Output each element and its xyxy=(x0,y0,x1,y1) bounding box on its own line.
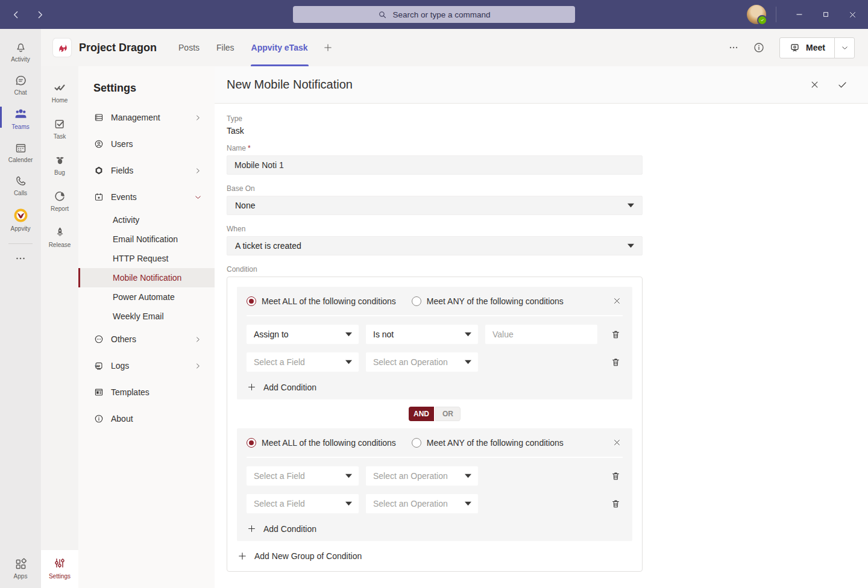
presence-available-icon xyxy=(757,15,767,25)
name-input[interactable] xyxy=(227,155,643,175)
tab-posts[interactable]: Posts xyxy=(170,29,208,66)
radio-selected-icon xyxy=(247,438,256,448)
forward-button[interactable] xyxy=(34,8,46,20)
rail-item-activity[interactable]: Activity xyxy=(0,35,41,68)
channel-header: Project Dragon Posts Files Appvity eTask… xyxy=(41,29,868,66)
module-item-home[interactable]: Home xyxy=(41,74,78,110)
log-icon xyxy=(93,360,104,372)
remove-group-button[interactable] xyxy=(611,437,623,449)
rail-item-calendar[interactable]: Calender xyxy=(0,136,41,169)
apps-grid-icon xyxy=(14,557,28,571)
add-condition-button[interactable]: Add Condition xyxy=(247,524,316,534)
nav-subitem-activity[interactable]: Activity xyxy=(78,210,215,230)
save-button[interactable] xyxy=(835,78,849,92)
nav-item-others[interactable]: Others xyxy=(78,326,215,352)
chevron-right-icon xyxy=(193,335,203,344)
caret-down-icon xyxy=(465,501,471,506)
condition-row: Assign to Is not xyxy=(247,325,623,344)
nav-item-events[interactable]: Events xyxy=(78,184,215,210)
rail-item-calls[interactable]: Calls xyxy=(0,169,41,202)
module-item-report[interactable]: Report xyxy=(41,183,78,219)
user-circle-icon xyxy=(93,139,104,149)
operation-dropdown[interactable]: Select an Operation xyxy=(366,466,478,486)
condition-group-2: Meet ALL of the following conditions Mee… xyxy=(237,428,632,541)
meet-any-radio[interactable]: Meet ANY of the following conditions xyxy=(412,438,564,448)
add-tab-button[interactable] xyxy=(316,29,339,66)
rail-item-more-apps[interactable] xyxy=(0,246,41,271)
delete-row-button[interactable] xyxy=(610,471,621,482)
field-dropdown[interactable]: Select a Field xyxy=(247,494,359,513)
caret-down-icon xyxy=(627,243,634,248)
nav-subitem-weekly-email[interactable]: Weekly Email xyxy=(78,307,215,326)
back-button[interactable] xyxy=(10,8,22,20)
add-condition-button[interactable]: Add Condition xyxy=(247,382,316,392)
base-on-dropdown[interactable]: None xyxy=(227,196,643,215)
module-item-settings[interactable]: Settings xyxy=(41,550,78,588)
avatar[interactable] xyxy=(747,5,766,24)
nav-subitem-power-automate[interactable]: Power Automate xyxy=(78,287,215,307)
remove-group-button[interactable] xyxy=(611,295,623,307)
caret-down-icon xyxy=(345,360,352,364)
chevron-right-icon xyxy=(193,113,203,122)
cancel-button[interactable] xyxy=(808,78,821,92)
minimize-button[interactable] xyxy=(786,0,813,29)
nav-item-management[interactable]: Management xyxy=(78,104,215,131)
nav-subitem-mobile-notification[interactable]: Mobile Notification xyxy=(78,268,215,287)
operation-dropdown[interactable]: Select an Operation xyxy=(366,494,478,513)
bug-icon xyxy=(53,153,67,167)
operation-dropdown[interactable]: Select an Operation xyxy=(366,352,478,372)
and-button[interactable]: AND xyxy=(409,407,434,421)
tab-files[interactable]: Files xyxy=(208,29,243,66)
field-dropdown[interactable]: Assign to xyxy=(247,325,359,344)
condition-container: Meet ALL of the following conditions Mee… xyxy=(227,277,643,572)
operation-dropdown[interactable]: Is not xyxy=(366,325,478,344)
task-checkbox-icon xyxy=(53,117,67,131)
nav-item-templates[interactable]: Templates xyxy=(78,379,215,405)
meet-all-radio[interactable]: Meet ALL of the following conditions xyxy=(247,438,396,448)
meet-options-button[interactable] xyxy=(835,38,854,58)
module-item-release[interactable]: Release xyxy=(41,219,78,255)
type-label: Type xyxy=(227,114,856,123)
bell-icon xyxy=(14,40,28,54)
condition-row: Select a Field Select an Operation xyxy=(247,466,623,486)
module-item-bug[interactable]: Bug xyxy=(41,146,78,183)
calendar-icon xyxy=(14,141,28,155)
nav-subitem-http-request[interactable]: HTTP Request xyxy=(78,249,215,268)
rail-item-appvity[interactable]: Appvity xyxy=(0,202,41,237)
delete-row-button[interactable] xyxy=(610,498,621,510)
field-dropdown[interactable]: Select a Field xyxy=(247,352,359,372)
or-button[interactable]: OR xyxy=(435,407,461,421)
nav-item-about[interactable]: About xyxy=(78,405,215,432)
nav-item-users[interactable]: Users xyxy=(78,131,215,157)
radio-unselected-icon xyxy=(412,438,421,448)
delete-row-button[interactable] xyxy=(610,357,621,368)
chevron-down-icon xyxy=(193,193,203,202)
search-input[interactable]: Search or type a command xyxy=(293,6,575,23)
rail-item-apps[interactable]: Apps xyxy=(0,552,41,588)
rail-item-teams[interactable]: Teams xyxy=(0,101,41,136)
delete-row-button[interactable] xyxy=(610,329,621,340)
field-dropdown[interactable]: Select a Field xyxy=(247,466,359,486)
tab-appvity-etask[interactable]: Appvity eTask xyxy=(243,29,316,66)
maximize-button[interactable] xyxy=(813,0,839,29)
nav-subitem-email-notification[interactable]: Email Notification xyxy=(78,230,215,249)
channel-info-button[interactable] xyxy=(750,39,767,56)
channel-tabs: Posts Files Appvity eTask xyxy=(170,29,339,66)
module-item-task[interactable]: Task xyxy=(41,110,78,146)
condition-label: Condition xyxy=(227,265,856,274)
close-window-button[interactable] xyxy=(839,0,866,29)
meet-all-radio[interactable]: Meet ALL of the following conditions xyxy=(247,296,396,306)
meet-any-radio[interactable]: Meet ANY of the following conditions xyxy=(412,296,564,306)
value-input[interactable] xyxy=(485,325,597,344)
nav-item-fields[interactable]: Fields xyxy=(78,157,215,184)
meet-button[interactable]: Meet xyxy=(780,38,835,58)
rail-item-chat[interactable]: Chat xyxy=(0,68,41,101)
caret-down-icon xyxy=(345,332,352,337)
add-new-group-button[interactable]: Add New Group of Condition xyxy=(237,551,362,561)
more-options-button[interactable] xyxy=(725,39,742,56)
channel-header-actions: Meet xyxy=(725,37,855,58)
nav-item-logs[interactable]: Logs xyxy=(78,352,215,379)
when-dropdown[interactable]: A ticket is created xyxy=(227,236,643,255)
caret-down-icon xyxy=(345,474,352,478)
teams-icon xyxy=(13,107,28,122)
